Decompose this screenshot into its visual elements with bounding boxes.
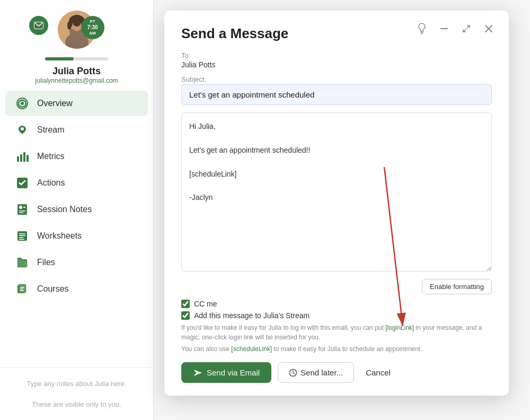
svg-rect-20 (19, 211, 25, 212)
overview-icon (15, 96, 30, 111)
dialog-controls (414, 21, 496, 36)
sidebar-item-metrics[interactable]: Metrics (5, 144, 148, 169)
sidebar-notes: Type any notes about Julia here. These a… (0, 368, 153, 421)
main-content: Send a Message (154, 0, 530, 420)
nav-label-stream: Stream (37, 125, 65, 135)
enable-formatting-button[interactable]: Enable formatting (422, 279, 492, 294)
message-textarea[interactable]: Hi Julia, Let's get an appointment sched… (181, 112, 492, 272)
svg-rect-25 (19, 237, 23, 238)
svg-rect-12 (17, 156, 19, 162)
svg-rect-29 (20, 287, 24, 288)
stream-checkbox[interactable] (181, 311, 190, 320)
nav-label-metrics: Metrics (37, 152, 65, 161)
svg-rect-31 (20, 290, 24, 291)
nav-label-actions: Actions (37, 178, 65, 188)
schedule-link-hint: You can also use [scheduleLink] to make … (181, 344, 492, 354)
send-message-dialog: Send a Message (164, 11, 509, 396)
to-value: Julia Potts (181, 60, 492, 69)
svg-point-11 (21, 127, 24, 130)
to-label: To: (181, 51, 492, 59)
sidebar: PT 7:30 AM Julia Potts julialynnettepott… (0, 0, 154, 420)
subject-input[interactable] (181, 84, 492, 105)
svg-rect-23 (19, 233, 25, 234)
cancel-button[interactable]: Cancel (360, 363, 396, 382)
nav-label-files: Files (37, 258, 55, 267)
stream-label: Add this message to Julia's Stream (194, 311, 310, 320)
session-notes-icon (15, 202, 30, 217)
sidebar-item-stream[interactable]: Stream (5, 117, 148, 143)
svg-rect-14 (23, 152, 25, 162)
schedule-link[interactable]: [scheduleLink] (231, 345, 272, 353)
login-link[interactable]: [loginLink] (385, 324, 414, 331)
nav-label-worksheets: Worksheets (37, 231, 82, 241)
sidebar-item-worksheets[interactable]: Worksheets (5, 223, 148, 249)
sidebar-nav: Overview Stream Metrics (0, 91, 153, 303)
sidebar-item-courses[interactable]: Courses (5, 276, 148, 302)
stream-icon (15, 122, 30, 137)
subject-label: Subject: (181, 75, 492, 83)
cc-me-checkbox[interactable] (181, 300, 190, 308)
nav-label-courses: Courses (37, 284, 69, 294)
courses-icon (15, 282, 30, 296)
stream-row: Add this message to Julia's Stream (181, 311, 492, 320)
svg-point-10 (21, 102, 24, 105)
user-email[interactable]: julialynnettepotts@gmail.com (35, 77, 118, 84)
envelope-icon[interactable] (29, 16, 48, 35)
nav-label-session-notes: Session Notes (37, 205, 92, 214)
cc-me-label: CC me (194, 300, 217, 308)
sidebar-item-session-notes[interactable]: Session Notes (5, 197, 148, 222)
progress-bar (45, 57, 109, 60)
user-name: Julia Potts (52, 66, 101, 77)
maximize-button[interactable] (459, 21, 474, 36)
send-email-button[interactable]: Send via Email (181, 362, 271, 383)
svg-point-5 (67, 21, 72, 30)
svg-rect-21 (19, 212, 23, 213)
svg-rect-19 (23, 207, 25, 208)
metrics-icon (15, 149, 30, 164)
svg-rect-24 (19, 235, 25, 237)
svg-rect-15 (26, 155, 29, 162)
files-icon (15, 255, 30, 270)
svg-point-18 (19, 206, 22, 209)
nav-label-overview: Overview (37, 99, 73, 108)
svg-rect-30 (20, 288, 23, 290)
formatting-row: Enable formatting (181, 279, 492, 294)
svg-rect-26 (19, 239, 24, 240)
dialog-actions: Send via Email Send later... Cancel (181, 362, 492, 383)
progress-fill (45, 57, 74, 60)
cc-me-row: CC me (181, 300, 492, 308)
sidebar-item-overview[interactable]: Overview (5, 91, 148, 116)
svg-rect-17 (17, 204, 27, 215)
svg-rect-13 (20, 154, 22, 162)
close-button[interactable] (481, 21, 496, 36)
send-later-button[interactable]: Send later... (278, 362, 354, 383)
worksheets-icon (15, 229, 30, 243)
svg-point-8 (73, 20, 81, 27)
time-badge: PT 7:30 AM (81, 16, 104, 39)
actions-icon (15, 176, 30, 190)
sidebar-item-files[interactable]: Files (5, 250, 148, 275)
lightbulb-button[interactable] (414, 21, 429, 36)
sidebar-item-actions[interactable]: Actions (5, 170, 148, 196)
minimize-button[interactable] (437, 21, 452, 36)
login-link-hint: If you'd like to make it easy for Julia … (181, 323, 492, 342)
